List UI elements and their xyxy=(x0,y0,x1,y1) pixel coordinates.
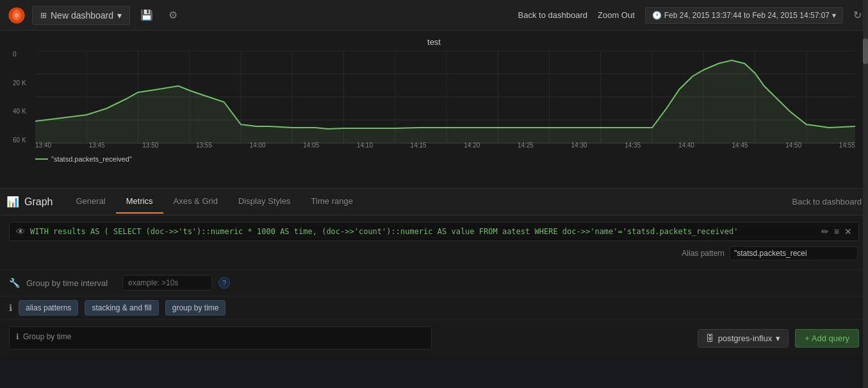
bottom-actions: 🗄 postgres-influx ▾ + Add query xyxy=(698,326,859,350)
alias-stacking-row: ℹ alias patterns stacking & and fill gro… xyxy=(0,296,868,319)
y-axis: 60 K 40 K 20 K 0 xyxy=(13,51,35,144)
wrench-icon: 🔧 xyxy=(9,278,20,288)
y-label-2: 20 K xyxy=(13,80,35,87)
edit-query-button[interactable]: ✏ xyxy=(821,226,829,237)
panel-tabs: 📊 Graph General Metrics Axes & Grid Disp… xyxy=(0,189,868,215)
panel-title: Graph xyxy=(24,196,53,208)
tab-display-styles[interactable]: Display Styles xyxy=(228,190,301,214)
time-range-value: Feb 24, 2015 13:37:44 to Feb 24, 2015 14… xyxy=(664,11,830,20)
alias-label: Alias pattern xyxy=(682,249,725,258)
y-label-1: 40 K xyxy=(13,108,35,115)
chart-graph xyxy=(35,51,855,144)
panel-graph-icon: 📊 xyxy=(6,196,19,208)
dashboard-label: New dashboard xyxy=(51,10,113,21)
eye-icon[interactable]: 👁 xyxy=(16,226,25,237)
scrollbar-thumb[interactable] xyxy=(863,38,868,64)
alias-input[interactable] xyxy=(730,246,858,260)
info-icon-group: ℹ xyxy=(16,332,19,341)
legend-line-icon xyxy=(35,158,48,160)
remove-query-button[interactable]: ✕ xyxy=(844,226,852,237)
query-row: 👁 ✏ ≡ ✕ xyxy=(9,222,859,241)
alias-row: Alias pattern xyxy=(9,246,859,260)
datasource-button[interactable]: 🗄 postgres-influx ▾ xyxy=(698,329,789,348)
panel-editor: 📊 Graph General Metrics Axes & Grid Disp… xyxy=(0,188,868,356)
info-icon-small: ℹ xyxy=(9,303,12,313)
group-by-interval-label: Group by time interval xyxy=(26,278,116,288)
db-icon: 🗄 xyxy=(706,333,714,343)
x-axis: 13:40 13:45 13:50 13:55 14:00 14:05 14:1… xyxy=(35,142,855,149)
back-to-dashboard-panel-button[interactable]: Back to dashboard xyxy=(792,197,862,207)
tab-metrics[interactable]: Metrics xyxy=(116,190,163,214)
y-label-0: 60 K xyxy=(13,137,35,144)
scrollbar[interactable] xyxy=(863,0,868,388)
datasource-label: postgres-influx xyxy=(718,333,773,343)
alias-patterns-tag[interactable]: alias patterns xyxy=(19,300,78,316)
svg-point-1 xyxy=(15,13,19,17)
chart-title: test xyxy=(13,37,855,47)
query-section: 👁 ✏ ≡ ✕ Alias pattern xyxy=(0,215,868,269)
topnav-right: Back to dashboard Zoom Out 🕐 Feb 24, 201… xyxy=(518,7,862,24)
refresh-button[interactable]: ↻ xyxy=(853,9,862,21)
group-by-section: ℹ Group by time xyxy=(9,326,432,350)
time-range-picker[interactable]: 🕐 Feb 24, 2015 13:37:44 to Feb 24, 2015 … xyxy=(645,7,843,24)
save-button[interactable]: 💾 xyxy=(135,5,158,25)
help-icon[interactable]: ? xyxy=(218,277,230,289)
stacking-fill-tag[interactable]: stacking & and fill xyxy=(85,300,158,316)
zoom-out-button[interactable]: Zoom Out xyxy=(598,10,635,20)
svg-marker-22 xyxy=(35,60,855,144)
clock-icon: 🕐 xyxy=(652,11,662,20)
tab-general[interactable]: General xyxy=(65,190,115,214)
logo xyxy=(6,5,27,26)
back-to-dashboard-top-button[interactable]: Back to dashboard xyxy=(518,10,587,20)
bottom-row: ℹ Group by time 🗄 postgres-influx ▾ + Ad… xyxy=(0,319,868,356)
grid-icon: ⊞ xyxy=(40,11,47,20)
tab-axes-grid[interactable]: Axes & Grid xyxy=(163,190,228,214)
group-by-label: ℹ Group by time xyxy=(16,332,425,341)
chart-area: test 60 K 40 K 20 K 0 xyxy=(0,31,868,188)
tab-time-range[interactable]: Time range xyxy=(301,190,363,214)
chart-container: 60 K 40 K 20 K 0 xyxy=(13,51,855,163)
chevron-down-icon: ▾ xyxy=(832,11,836,20)
chevron-down-icon: ▾ xyxy=(117,10,122,21)
toggle-query-button[interactable]: ≡ xyxy=(834,226,839,237)
new-dashboard-button[interactable]: ⊞ New dashboard ▾ xyxy=(32,6,130,25)
group-by-time-tag[interactable]: group by time xyxy=(165,300,226,316)
settings-button[interactable]: ⚙ xyxy=(163,5,183,25)
topnav: ⊞ New dashboard ▾ 💾 ⚙ Back to dashboard … xyxy=(0,0,868,31)
chevron-down-icon-ds: ▾ xyxy=(776,333,780,343)
add-query-button[interactable]: + Add query xyxy=(795,329,859,348)
group-by-interval-row: 🔧 Group by time interval ? xyxy=(0,269,868,296)
query-input[interactable] xyxy=(30,227,816,236)
legend-label: "statsd.packets_received" xyxy=(51,155,132,163)
group-by-interval-input[interactable] xyxy=(122,275,212,291)
chart-legend: "statsd.packets_received" xyxy=(35,155,132,163)
query-actions: ✏ ≡ ✕ xyxy=(821,226,852,237)
y-label-3: 0 xyxy=(13,51,35,58)
